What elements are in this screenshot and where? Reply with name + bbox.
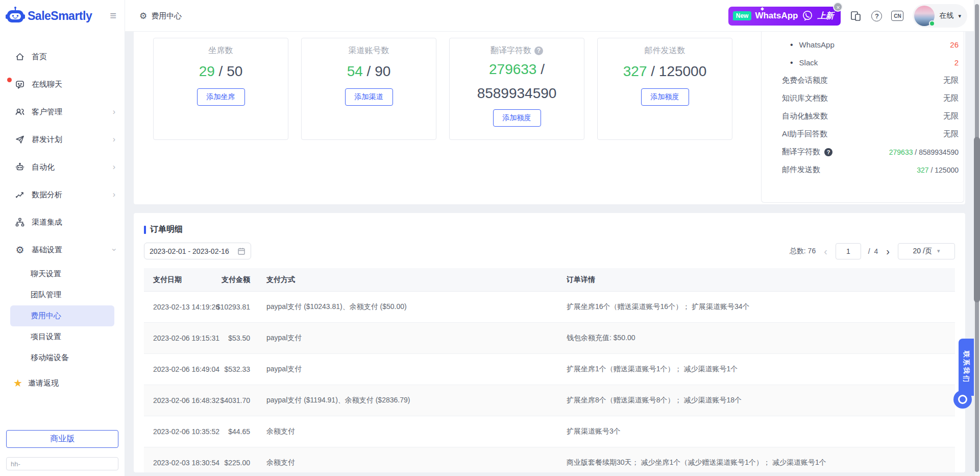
- table-row: 2023-02-03 18:30:54 $225.00 余额支付 商业版套餐续期…: [144, 447, 955, 472]
- cell-order-detail: 扩展渠道账号3个: [567, 427, 949, 436]
- quota-value: 26: [950, 40, 959, 49]
- sidebar-item-settings[interactable]: ⚙ 基础设置 ›: [0, 236, 125, 264]
- usage-card-email-sends: 邮件发送数 327 / 125000 添加额度: [597, 38, 732, 140]
- gear-icon: ⚙: [139, 11, 147, 21]
- business-plan-button[interactable]: 商业版: [6, 430, 118, 448]
- help-icon[interactable]: ?: [871, 11, 882, 21]
- quota-value: 327 / 125000: [917, 166, 959, 174]
- total-count: 总数: 76: [790, 247, 816, 256]
- sidebar-item-livechat[interactable]: 在线聊天: [0, 70, 125, 98]
- contact-us-button[interactable]: 联系我们: [959, 339, 974, 396]
- table-row: 2023-02-06 16:48:32 $4031.70 paypal支付 ($…: [144, 385, 955, 416]
- chevron-right-icon: ›: [113, 107, 115, 116]
- bullet-icon: •: [790, 40, 793, 50]
- sidebar-item-label: 渠道集成: [32, 218, 62, 227]
- pagination: 总数: 76 ‹ / 4 › 20 /页 ▾: [790, 243, 955, 259]
- subnav-item-mobile-devices[interactable]: 移动端设备: [10, 347, 114, 368]
- cell-order-detail: 钱包余额充值: $50.00: [567, 334, 949, 343]
- subnav-label: 费用中心: [31, 311, 61, 321]
- quota-value: 无限: [943, 93, 959, 103]
- next-page-icon[interactable]: ›: [885, 246, 891, 256]
- add-quota-button[interactable]: 添加额度: [493, 109, 541, 127]
- quota-row-knowledge-docs: 知识库文档数 无限: [782, 89, 959, 107]
- quota-summary-panel: •WhatsApp 26 •Slack 2 免费会话额度 无限 知识库文档数 无…: [761, 32, 964, 203]
- cell-pay-amount: $532.33: [190, 365, 250, 373]
- promo-suffix-label: 上新: [817, 11, 834, 21]
- subnav-item-team[interactable]: 团队管理: [10, 284, 114, 305]
- column-header: 订单详情: [567, 275, 949, 284]
- sidebar-item-automation[interactable]: 自动化 ›: [0, 153, 125, 181]
- devices-icon[interactable]: [850, 10, 862, 22]
- calendar-icon: [237, 247, 246, 255]
- cell-pay-method: paypal支付 ($10243.81)、余额支付 ($50.00): [266, 302, 407, 312]
- table-row: 2023-02-06 16:49:04 $532.33 paypal支付 扩展坐…: [144, 354, 955, 385]
- help-icon[interactable]: ?: [534, 46, 543, 55]
- page-total: / 4: [868, 247, 878, 255]
- quota-value: 2: [954, 58, 959, 67]
- send-icon: [14, 134, 26, 145]
- language-icon[interactable]: CN: [891, 11, 903, 21]
- hamburger-icon[interactable]: ≡: [110, 10, 116, 21]
- subnav-item-billing-active[interactable]: 费用中心: [10, 305, 114, 326]
- project-name-input[interactable]: [6, 457, 118, 470]
- star-icon: ★: [13, 377, 22, 389]
- page-title: 费用中心: [151, 11, 182, 21]
- subnav-item-project-settings[interactable]: 项目设置: [10, 326, 114, 347]
- sidebar: SaleSmartly ≡ 首页 在线聊天 客户管理 › 群发计划 › 自动化 …: [0, 0, 125, 476]
- promo-close-icon[interactable]: ×: [833, 2, 843, 12]
- sidebar-item-customers[interactable]: 客户管理 ›: [0, 98, 125, 126]
- sidebar-spacer: [0, 396, 125, 430]
- help-icon[interactable]: ?: [824, 148, 832, 156]
- add-quota-button[interactable]: 添加额度: [641, 88, 689, 106]
- card-title: 翻译字符数?: [450, 45, 584, 56]
- date-range-picker[interactable]: 2023-02-01 - 2023-02-16: [144, 243, 251, 259]
- cell-pay-amount: $225.00: [190, 459, 250, 467]
- invite-label: 邀请返现: [28, 378, 59, 388]
- sidebar-nav: 首页 在线聊天 客户管理 › 群发计划 › 自动化 › 数据分析 ›: [0, 43, 125, 264]
- sidebar-item-channels[interactable]: 渠道集成: [0, 208, 125, 236]
- section-title: 订单明细: [150, 224, 183, 235]
- table-row: 2023-02-13 14:19:26 $10293.81 paypal支付 (…: [144, 292, 955, 323]
- contact-chat-icon[interactable]: [953, 390, 972, 409]
- scrollbar-track[interactable]: [974, 0, 980, 476]
- table-row: 2023-02-06 19:15:31 $53.50 paypal支付 钱包余额…: [144, 323, 955, 354]
- sidebar-item-home[interactable]: 首页: [0, 43, 125, 70]
- topbar-actions: New WhatsApp 上新 × ? CN 在线 ▾: [728, 0, 967, 32]
- caret-down-icon: ▾: [958, 13, 961, 19]
- whatsapp-promo-banner[interactable]: New WhatsApp 上新 ×: [728, 7, 841, 26]
- sidebar-item-campaigns[interactable]: 群发计划 ›: [0, 126, 125, 153]
- scrollbar-inner-thumb[interactable]: [974, 137, 980, 302]
- chart-icon: [14, 189, 26, 200]
- chevron-right-icon: ›: [113, 190, 115, 199]
- sparkle-icon: [761, 7, 764, 10]
- orders-controls: 2023-02-01 - 2023-02-16 总数: 76 ‹ / 4 › 2…: [144, 243, 955, 259]
- card-usage-value: 29 / 50: [154, 61, 288, 82]
- chevron-right-icon: ›: [113, 162, 115, 172]
- card-usage-value: 327 / 125000: [598, 61, 732, 82]
- logo-row: SaleSmartly ≡: [0, 0, 125, 32]
- topbar: ⚙ 费用中心 New WhatsApp 上新 × ? CN 在线 ▾: [125, 0, 980, 32]
- sidebar-item-analytics[interactable]: 数据分析 ›: [0, 181, 125, 208]
- add-seats-button[interactable]: 添加坐席: [197, 88, 245, 106]
- quota-value: 无限: [943, 111, 959, 121]
- chat-icon: [14, 79, 26, 90]
- page-size-select[interactable]: 20 /页 ▾: [898, 243, 955, 259]
- cell-pay-method: 余额支付: [266, 458, 295, 467]
- chevron-right-icon: ›: [113, 135, 115, 144]
- subnav-item-chat-settings[interactable]: 聊天设置: [10, 264, 114, 284]
- promo-brand-label: WhatsApp: [755, 11, 798, 21]
- cell-pay-method: 余额支付: [266, 427, 295, 436]
- logo-text: SaleSmartly: [28, 9, 110, 23]
- cell-order-detail: 扩展坐席1个（赠送渠道账号1个）； 减少渠道账号1个: [567, 365, 949, 374]
- order-details-section: 订单明细 2023-02-01 - 2023-02-16 总数: 76 ‹ / …: [134, 213, 965, 472]
- page-number-input[interactable]: [836, 243, 861, 259]
- sidebar-item-label: 自动化: [32, 162, 55, 172]
- user-menu[interactable]: 在线 ▾: [913, 4, 967, 28]
- add-channel-button[interactable]: 添加渠道: [345, 88, 393, 106]
- subnav-label: 移动端设备: [31, 353, 69, 363]
- sidebar-item-invite-cashback[interactable]: ★ 邀请返现: [0, 370, 125, 396]
- caret-down-icon: ▾: [937, 248, 940, 254]
- sidebar-item-label: 客户管理: [32, 107, 62, 117]
- prev-page-icon[interactable]: ‹: [823, 246, 828, 256]
- quota-row-automation-triggers: 自动化触发数 无限: [782, 107, 959, 125]
